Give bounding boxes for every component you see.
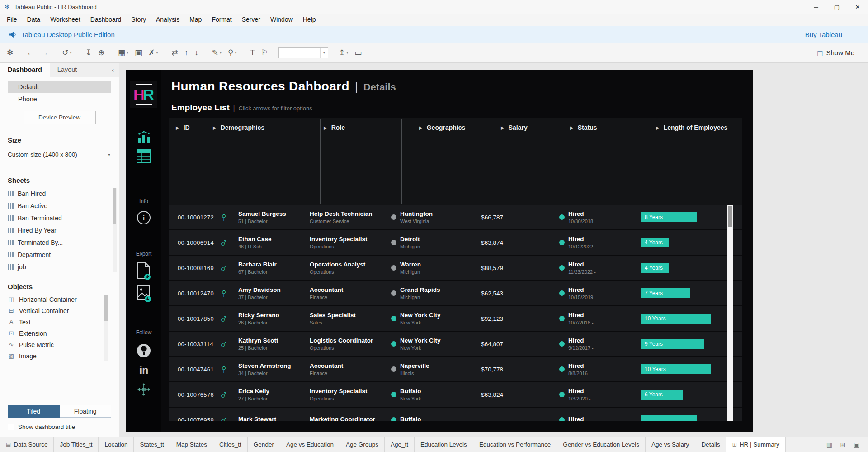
new-worksheet-icon[interactable]: ▦▾ [115,46,132,60]
filter-arrow-icon[interactable]: ▶ [656,125,660,130]
collapse-panel-icon[interactable]: ‹ [107,63,119,77]
tab-data-source[interactable]: ▤Data Source [0,437,54,452]
tab-location[interactable]: Location [99,437,134,452]
sheet-ban-terminated[interactable]: Ban Terminated [0,212,119,224]
menu-format[interactable]: Format [207,14,236,26]
table-row[interactable]: 00-10006914♂Ethan Case46 | H-SchInventor… [169,230,742,256]
chevron-down-icon[interactable]: ▾ [320,48,328,58]
menu-window[interactable]: Window [265,14,298,26]
new-worksheet-button[interactable]: ▦ [823,441,835,448]
menu-data[interactable]: Data [22,14,46,26]
tab-education-levels[interactable]: Education Levels [415,437,473,452]
sheet-department[interactable]: Department [0,248,119,261]
object-pulse-metric[interactable]: ∿Pulse Metric [0,339,119,350]
object-image[interactable]: ▨Image [0,350,119,362]
linkedin-icon[interactable]: in [139,365,148,376]
filter-arrow-icon[interactable]: ▶ [419,125,423,130]
column-header-id[interactable]: ▶ID [176,124,190,131]
table-scrollbar[interactable] [727,205,733,421]
tab-education-vs-performance[interactable]: Education vs Performance [473,437,557,452]
show-me-button[interactable]: ▤ Show Me [817,49,854,57]
sheet-hired-by-year[interactable]: Hired By Year [0,224,119,236]
column-header-demographics[interactable]: ▶Demographics [213,124,264,131]
pin-icon[interactable]: ⚐ [258,46,271,60]
tiled-button[interactable]: Tiled [8,405,60,418]
column-header-length-of-employees[interactable]: ▶Length of Employees [656,124,727,131]
filter-arrow-icon[interactable]: ▶ [324,125,327,130]
attachment-icon[interactable]: ⚲▾ [225,46,240,60]
device-preview-button[interactable]: Device Preview [24,111,96,124]
sort-ascending-icon[interactable]: ↑ [181,46,192,60]
tab-age-groups[interactable]: Age Groups [340,437,385,452]
filter-arrow-icon[interactable]: ▶ [501,125,505,130]
tab-details[interactable]: Details [695,437,726,452]
replay-icon[interactable]: ↺▾ [59,46,75,60]
object-text[interactable]: AText [0,316,119,328]
tab-age-vs-salary[interactable]: Age vs Salary [646,437,695,452]
maximize-button[interactable]: ▢ [826,0,847,14]
tab-states-tt[interactable]: States_tt [134,437,170,452]
mode-phone[interactable]: Phone [8,93,111,105]
table-row[interactable]: 00-10012470♀Amy Davidson37 | BachelorAcc… [169,281,742,306]
sheet-terminated-by[interactable]: Terminated By... [0,236,119,248]
presentation-mode-icon[interactable]: ▭ [351,46,365,60]
sheet-ban-hired[interactable]: Ban Hired [0,187,119,200]
tab-map-states[interactable]: Map States [170,437,213,452]
table-row[interactable]: 00-10008169♂Barbara Blair67 | BachelorOp… [169,256,742,281]
object-extension[interactable]: ⊡Extension [0,328,119,339]
table-row[interactable]: 00-10001272♀Samuel Burgess51 | BachelorH… [169,205,742,230]
menu-worksheet[interactable]: Worksheet [45,14,85,26]
tab-gender[interactable]: Gender [248,437,280,452]
chart-view-icon[interactable] [137,130,151,143]
tab-layout[interactable]: Layout [50,63,85,77]
swap-axes-icon[interactable]: ⇄ [168,46,181,60]
table-view-icon[interactable] [137,149,151,163]
column-header-status[interactable]: ▶Status [570,124,597,131]
tab-age-vs-education[interactable]: Age vs Education [280,437,340,452]
show-dashboard-title-checkbox[interactable] [8,424,14,430]
scrollbar-thumb[interactable] [113,188,116,224]
menu-story[interactable]: Story [126,14,151,26]
export-pdf-icon[interactable] [136,262,151,281]
filter-arrow-icon[interactable]: ▶ [570,125,574,130]
size-select[interactable]: Custom size (1400 x 800) ▾ [8,148,111,160]
table-row[interactable]: 00-10017850♂Ricky Serrano26 | BachelorSa… [169,306,742,332]
mode-default[interactable]: Default [8,81,111,93]
new-data-source-icon[interactable]: ⊕ [95,46,108,60]
text-label-icon[interactable]: T [247,46,258,60]
menu-file[interactable]: File [2,14,22,26]
filter-arrow-icon[interactable]: ▶ [176,125,179,130]
github-icon[interactable] [136,343,151,358]
tableau-logo-icon[interactable]: ✻ [4,46,16,60]
menu-map[interactable]: Map [184,14,207,26]
highlight-icon[interactable]: ✎▾ [209,46,225,60]
info-icon[interactable]: i [137,211,151,224]
table-scrollbar-thumb[interactable] [728,206,732,227]
tab-job-titles-tt[interactable]: Job Titles_tt [54,437,99,452]
scrollbar-thumb[interactable] [104,295,108,321]
table-row[interactable]: 00-10076576♂Erica Kelly27 | BachelorInve… [169,382,742,408]
sheets-scrollbar[interactable] [113,188,117,272]
save-icon[interactable]: ↧ [82,46,95,60]
column-header-role[interactable]: ▶Role [324,124,345,131]
sheet-job[interactable]: job [0,261,119,273]
filter-arrow-icon[interactable]: ▶ [213,125,217,130]
new-story-button[interactable]: ▣ [850,441,863,448]
table-row[interactable]: 00-10076959♂Mark StewartMarketing Coordi… [169,408,742,421]
buy-tableau-link[interactable]: Buy Tableau [805,31,842,38]
tab-age-tt[interactable]: Age_tt [385,437,415,452]
close-button[interactable]: ✕ [847,0,868,14]
tab-hr-summary[interactable]: ⊞HR | Summary [726,437,786,452]
new-dashboard-button[interactable]: ⊞ [837,441,849,448]
menu-help[interactable]: Help [298,14,321,26]
duplicate-icon[interactable]: ▣ [132,46,145,60]
tab-dashboard[interactable]: Dashboard [0,63,50,77]
menu-server[interactable]: Server [237,14,265,26]
object-horizontal-container[interactable]: ◫Horizontal Container [0,294,119,305]
clear-sheet-icon[interactable]: ✗▾ [145,46,161,60]
table-row[interactable]: 00-10033114♂Kathryn Scott25 | BachelorLo… [169,332,742,357]
tab-gender-vs-education-levels[interactable]: Gender vs Education Levels [557,437,646,452]
tab-cities-tt[interactable]: Cities_tt [213,437,248,452]
export-image-icon[interactable] [136,284,151,302]
move-icon[interactable] [137,383,151,396]
